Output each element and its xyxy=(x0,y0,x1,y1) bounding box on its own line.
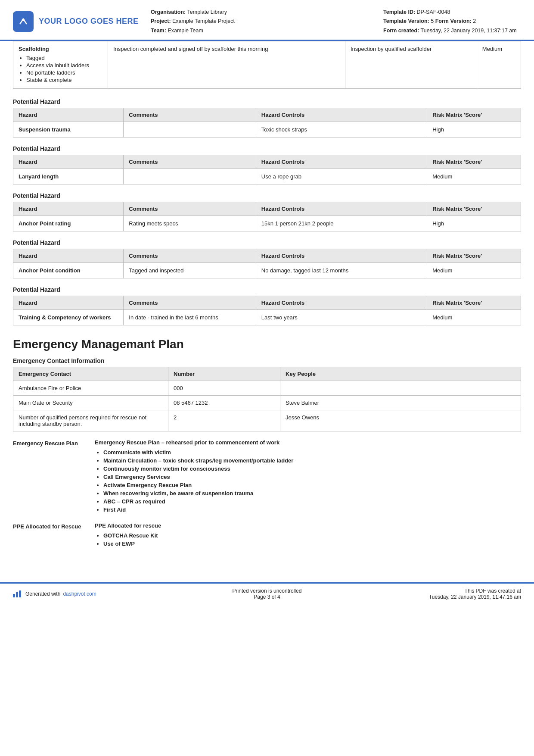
contact-cell-2-1: 2 xyxy=(168,410,280,431)
hazard-table-0: HazardCommentsHazard ControlsRisk Matrix… xyxy=(13,108,521,137)
hazard-header-1-3: Risk Matrix 'Score' xyxy=(427,155,521,169)
dashpivot-link[interactable]: dashpivot.com xyxy=(63,591,96,597)
hazard-cell-4-0-1: In date - trained in the last 6 months xyxy=(124,309,256,325)
hazard-header-0-3: Risk Matrix 'Score' xyxy=(427,108,521,122)
ppe-content: PPE Allocated for rescue GOTCHA Rescue K… xyxy=(95,522,521,549)
rescue-bullet-7: First Aid xyxy=(103,506,521,513)
hazard-cell-3-0-0: Anchor Point condition xyxy=(13,262,124,278)
hazard-table-1: HazardCommentsHazard ControlsRisk Matrix… xyxy=(13,155,521,184)
hazard-header-4-2: Hazard Controls xyxy=(256,296,427,309)
hazard-header-1-1: Comments xyxy=(124,155,256,169)
hazard-cell-2-0-2: 15kn 1 person 21kn 2 people xyxy=(256,216,427,231)
scaffolding-item-3: No portable ladders xyxy=(26,69,102,76)
rescue-bullet-1: Maintain Circulation – toxic shock strap… xyxy=(103,457,521,464)
hazard-section-title-0: Potential Hazard xyxy=(13,98,521,105)
hazard-cell-1-0-2: Use a rope grab xyxy=(256,169,427,184)
scaffolding-col2: Inspection completed and signed off by s… xyxy=(108,41,345,88)
footer-center: Printed version is uncontrolled Page 3 o… xyxy=(182,588,351,600)
contact-cell-0-0: Ambulance Fire or Police xyxy=(13,381,168,395)
scaffolding-list: Tagged Access via inbuilt ladders No por… xyxy=(26,55,102,83)
scaffolding-item-1: Tagged xyxy=(26,55,102,61)
org-label: Organisation: xyxy=(151,9,186,15)
footer-right-line2: Tuesday, 22 January 2019, 11:47:16 am xyxy=(352,594,521,600)
hazard-cell-4-0-2: Last two years xyxy=(256,309,427,325)
form-created-label: Form created: xyxy=(383,28,419,34)
hazard-cell-1-0-0: Lanyard length xyxy=(13,169,124,184)
template-id-label: Template ID: xyxy=(383,9,415,15)
scaffolding-table: Scaffolding Tagged Access via inbuilt la… xyxy=(13,41,521,89)
svg-point-1 xyxy=(22,19,25,21)
scaffolding-title: Scaffolding xyxy=(19,46,102,52)
contact-header-2: Number xyxy=(168,367,280,381)
scaffolding-item-4: Stable & complete xyxy=(26,77,102,83)
hazard-header-0-0: Hazard xyxy=(13,108,124,122)
org-value: Template Library xyxy=(187,9,227,15)
team-value: Example Team xyxy=(168,28,203,34)
contact-cell-0-1: 000 xyxy=(168,381,280,395)
scaffolding-col4: Medium xyxy=(477,41,521,88)
ppe-label: PPE Allocated for Rescue xyxy=(13,522,95,549)
page-header: YOUR LOGO GOES HERE Organisation: Templa… xyxy=(0,0,534,41)
hazard-table-4: HazardCommentsHazard ControlsRisk Matrix… xyxy=(13,296,521,325)
hazard-header-0-1: Comments xyxy=(124,108,256,122)
rescue-bullet-2: Continuously monitor victim for consciou… xyxy=(103,465,521,472)
footer-right: This PDF was created at Tuesday, 22 Janu… xyxy=(352,588,521,600)
contact-cell-1-1: 08 5467 1232 xyxy=(168,395,280,410)
hazard-header-4-3: Risk Matrix 'Score' xyxy=(427,296,521,309)
hazard-header-2-0: Hazard xyxy=(13,202,124,216)
hazard-cell-0-0-0: Suspension trauma xyxy=(13,122,124,137)
generated-text: Generated with xyxy=(25,591,60,597)
hazard-header-2-3: Risk Matrix 'Score' xyxy=(427,202,521,216)
hazard-header-2-2: Hazard Controls xyxy=(256,202,427,216)
footer-center-line2: Page 3 of 4 xyxy=(182,594,351,600)
hazard-section-title-2: Potential Hazard xyxy=(13,192,521,199)
hazard-header-3-3: Risk Matrix 'Score' xyxy=(427,249,521,262)
hazard-header-3-0: Hazard xyxy=(13,249,124,262)
footer-left: Generated with dashpivot.com xyxy=(13,590,182,597)
ppe-bullet-0: GOTCHA Rescue Kit xyxy=(103,532,521,539)
contact-cell-2-0: Number of qualified persons required for… xyxy=(13,410,168,431)
rescue-plan-title: Emergency Rescue Plan – rehearsed prior … xyxy=(95,439,521,446)
contact-cell-2-2: Jesse Owens xyxy=(280,410,521,431)
rescue-plan-label: Emergency Rescue Plan xyxy=(13,439,95,515)
contact-table: Emergency Contact Number Key People Ambu… xyxy=(13,367,521,431)
rescue-bullet-6: ABC – CPR as required xyxy=(103,498,521,505)
header-right: Template ID: DP-SAF-0048 Template Versio… xyxy=(383,8,521,35)
scaffolding-title-cell: Scaffolding Tagged Access via inbuilt la… xyxy=(13,41,108,88)
hazard-section-title-1: Potential Hazard xyxy=(13,145,521,152)
svg-rect-0 xyxy=(17,16,29,28)
rescue-bullet-3: Call Emergency Services xyxy=(103,474,521,480)
contact-cell-1-0: Main Gate or Security xyxy=(13,395,168,410)
emergency-heading: Emergency Managemant Plan xyxy=(13,337,521,351)
logo-text: YOUR LOGO GOES HERE xyxy=(39,17,139,26)
contact-header-1: Emergency Contact xyxy=(13,367,168,381)
form-created-value: Tuesday, 22 January 2019, 11:37:17 am xyxy=(421,28,517,34)
template-version-label: Template Version: xyxy=(383,18,429,24)
hazard-cell-3-0-2: No damage, tagged last 12 months xyxy=(256,262,427,278)
hazard-table-3: HazardCommentsHazard ControlsRisk Matrix… xyxy=(13,249,521,278)
hazard-cell-4-0-3: Medium xyxy=(427,309,521,325)
footer-right-line1: This PDF was created at xyxy=(352,588,521,594)
dashpivot-icon xyxy=(13,590,21,597)
template-id-value: DP-SAF-0048 xyxy=(417,9,450,15)
ppe-section: PPE Allocated for Rescue PPE Allocated f… xyxy=(13,522,521,549)
template-version-value: 5 xyxy=(431,18,434,24)
hazard-header-4-1: Comments xyxy=(124,296,256,309)
hazard-header-0-2: Hazard Controls xyxy=(256,108,427,122)
logo-icon xyxy=(13,11,34,32)
hazard-header-1-0: Hazard xyxy=(13,155,124,169)
hazard-header-1-2: Hazard Controls xyxy=(256,155,427,169)
hazard-header-3-1: Comments xyxy=(124,249,256,262)
hazard-sections: Potential HazardHazardCommentsHazard Con… xyxy=(13,98,521,325)
hazard-cell-1-0-3: Medium xyxy=(427,169,521,184)
hazard-cell-0-0-3: High xyxy=(427,122,521,137)
project-value: Example Template Project xyxy=(172,18,235,24)
contact-cell-1-2: Steve Balmer xyxy=(280,395,521,410)
hazard-section-title-4: Potential Hazard xyxy=(13,286,521,293)
form-version-value: 2 xyxy=(473,18,476,24)
hazard-cell-2-0-1: Rating meets specs xyxy=(124,216,256,231)
hazard-table-2: HazardCommentsHazard ControlsRisk Matrix… xyxy=(13,202,521,231)
ppe-bullet-1: Use of EWP xyxy=(103,540,521,547)
ppe-bullets-list: GOTCHA Rescue KitUse of EWP xyxy=(103,532,521,547)
form-version-label: Form Version: xyxy=(435,18,472,24)
